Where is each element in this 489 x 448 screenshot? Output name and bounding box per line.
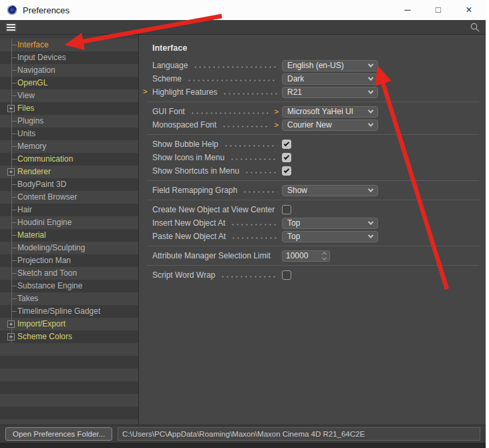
sidebar-item-label: Material (17, 230, 46, 240)
setting-label: Show Bubble Help (152, 140, 218, 149)
dotted-leader (187, 79, 277, 81)
sidebar-item-label: Takes (17, 294, 38, 303)
tree-branch-icon (11, 184, 17, 185)
checkbox-show-icons-in-menu[interactable] (282, 153, 291, 162)
setting-label-group: Insert New Object At (152, 216, 282, 230)
sidebar-item-scheme-colors[interactable]: +Scheme Colors (0, 330, 138, 343)
sidebar-item-files[interactable]: +Files (0, 102, 138, 115)
chevron-down-icon (368, 107, 373, 113)
chevron-down-icon (368, 186, 373, 192)
check-icon (284, 141, 289, 146)
dropdown-highlight-features[interactable]: R21 (282, 87, 378, 98)
sidebar-item-navigation[interactable]: Navigation (0, 64, 138, 77)
sidebar-item-memory[interactable]: Memory (0, 140, 138, 153)
expand-plus-icon[interactable]: + (7, 105, 15, 112)
setting-label-group: Paste New Object At (152, 230, 282, 243)
tree-branch-icon (11, 260, 17, 261)
sidebar-item-renderer[interactable]: +Renderer (0, 166, 138, 178)
sidebar-item-view[interactable]: View (0, 89, 138, 102)
setting-row-gui-font: GUI Font>Microsoft YaHei UI (152, 105, 479, 118)
checkbox-show-shortcuts-in-menu[interactable] (282, 166, 291, 176)
main-panel: Interface LanguageEnglish (en-US)SchemeD… (139, 35, 486, 425)
settings-form: LanguageEnglish (en-US)SchemeDark>Highli… (152, 59, 479, 282)
sidebar-item-hair[interactable]: Hair (0, 204, 138, 216)
dropdown-monospaced-font[interactable]: Courier New (282, 120, 378, 131)
setting-label: Attribute Manager Selection Limit (152, 251, 271, 260)
sidebar-item-takes[interactable]: Takes (0, 292, 138, 305)
spinner-arrows[interactable] (323, 252, 326, 260)
tree-branch-icon (11, 286, 17, 286)
sidebar-item-input-devices[interactable]: Input Devices (0, 51, 138, 64)
sidebar-item-content-browser[interactable]: Content Browser (0, 191, 138, 204)
setting-label-group: Monospaced Font> (152, 118, 282, 132)
setting-label: Field Remapping Graph (152, 186, 237, 195)
tree-branch-icon (11, 95, 17, 96)
maximize-button[interactable]: □ (423, 0, 454, 20)
group-separator (147, 101, 479, 102)
dropdown-language[interactable]: English (en-US) (282, 60, 378, 71)
link-arrow-icon[interactable]: > (275, 107, 279, 116)
expand-plus-icon[interactable]: + (7, 168, 15, 176)
sidebar-item-label: Files (17, 103, 34, 113)
sidebar-item-opengl[interactable]: OpenGL (0, 77, 138, 89)
setting-row-show-bubble-help: Show Bubble Help (152, 138, 479, 151)
chevron-down-icon (368, 232, 373, 238)
sidebar-item-timeline-spline-gadget[interactable]: Timeline/Spline Gadget (0, 305, 138, 318)
sidebar-item-plugins[interactable]: Plugins (0, 115, 138, 128)
tree-branch-icon (11, 222, 17, 223)
chevron-down-icon (368, 121, 373, 126)
dropdown-insert-new-object-at[interactable]: Top (282, 218, 378, 229)
minimize-button[interactable]: ─ (392, 0, 423, 20)
spinner-value: 10000 (286, 251, 308, 260)
checkbox-create-new-object-at-view-center[interactable] (282, 205, 291, 214)
setting-label-group: Language (152, 59, 282, 72)
dropdown-scheme[interactable]: Dark (282, 73, 378, 85)
hamburger-menu-icon[interactable] (5, 23, 17, 32)
setting-row-show-icons-in-menu: Show Icons in Menu (152, 151, 479, 164)
sidebar-item-bodypaint-3d[interactable]: BodyPaint 3D (0, 178, 138, 191)
sidebar-list: InterfaceInput DevicesNavigationOpenGLVi… (0, 39, 138, 425)
dotted-leader (242, 191, 277, 193)
tree-line (11, 39, 12, 343)
expand-plus-icon[interactable]: + (7, 320, 15, 328)
dropdown-value: Top (287, 218, 300, 228)
open-preferences-folder-button[interactable]: Open Preferences Folder... (5, 427, 112, 441)
dotted-leader (193, 66, 277, 68)
sidebar-item-material[interactable]: Material (0, 229, 138, 242)
sidebar-item-communication[interactable]: Communication (0, 153, 138, 166)
sidebar-item-houdini-engine[interactable]: Houdini Engine (0, 216, 138, 229)
preferences-body: InterfaceInput DevicesNavigationOpenGLVi… (0, 35, 486, 425)
sidebar-item-substance-engine[interactable]: Substance Engine (0, 280, 138, 292)
link-arrow-icon[interactable]: > (275, 121, 279, 129)
sidebar-item-interface[interactable]: Interface (0, 39, 138, 51)
dropdown-field-remapping-graph[interactable]: Show (282, 185, 378, 196)
cinema4d-logo-icon (7, 5, 17, 15)
close-button[interactable]: × (454, 0, 484, 20)
chevron-down-icon (322, 255, 327, 260)
dropdown-value: R21 (287, 87, 302, 97)
window-title: Preferences (23, 5, 69, 15)
tree-branch-icon (11, 159, 17, 160)
sidebar-item-import-export[interactable]: +Import/Export (0, 318, 138, 330)
expand-arrow-icon[interactable]: > (143, 87, 147, 95)
search-icon[interactable] (470, 22, 480, 33)
checkbox-show-bubble-help[interactable] (282, 140, 291, 149)
sidebar-item-sketch-and-toon[interactable]: Sketch and Toon (0, 267, 138, 280)
setting-label: Show Shortcuts in Menu (152, 166, 239, 176)
sidebar-item-projection-man[interactable]: Projection Man (0, 254, 138, 267)
expand-plus-icon[interactable]: + (7, 333, 15, 341)
spinner-attribute-manager-selection-limit[interactable]: 10000 (282, 250, 330, 262)
dropdown-paste-new-object-at[interactable]: Top (282, 231, 378, 242)
sidebar-item-label: Navigation (17, 65, 55, 75)
preferences-path-field[interactable]: C:\Users\PC\AppData\Roaming\Maxon\Maxon … (118, 427, 480, 441)
setting-label-group: Highlight Features (152, 85, 282, 99)
dropdown-gui-font[interactable]: Microsoft YaHei UI (282, 106, 378, 118)
setting-label-group: Show Shortcuts in Menu (152, 164, 282, 178)
sidebar-item-units[interactable]: Units (0, 128, 138, 140)
checkbox-script-word-wrap[interactable] (282, 270, 291, 280)
sidebar-item-label: Renderer (17, 167, 51, 176)
sidebar-item-label: Hair (17, 205, 32, 214)
group-separator (147, 200, 479, 200)
sidebar-item-modeling-sculpting[interactable]: Modeling/Sculpting (0, 242, 138, 254)
setting-row-paste-new-object-at: Paste New Object AtTop (152, 230, 479, 243)
